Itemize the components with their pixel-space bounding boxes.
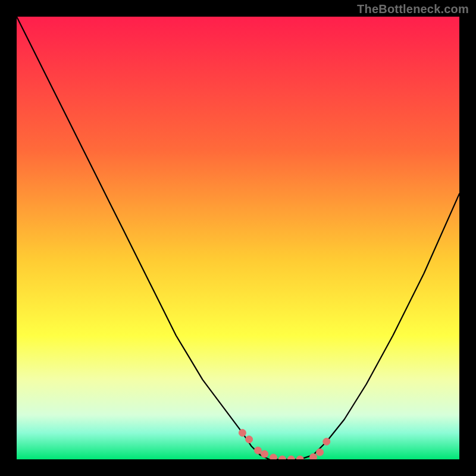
highlight-marker <box>246 436 253 443</box>
highlight-marker <box>239 429 246 436</box>
highlight-marker <box>261 450 268 458</box>
plot-background <box>17 17 459 459</box>
highlight-marker <box>255 447 262 454</box>
frame-edge <box>0 459 476 476</box>
frame-edge <box>0 0 17 476</box>
highlight-marker <box>323 438 330 445</box>
highlight-marker <box>317 449 324 456</box>
bottleneck-chart <box>0 0 476 476</box>
frame-edge <box>459 0 476 476</box>
watermark-text: TheBottleneck.com <box>357 2 469 16</box>
chart-container: TheBottleneck.com <box>0 0 476 476</box>
